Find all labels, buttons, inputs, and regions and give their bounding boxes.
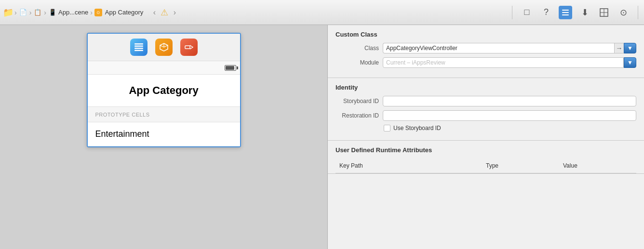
exit-icon: [180, 39, 198, 56]
file1-icon: 📄: [19, 8, 27, 17]
col-type: Type: [482, 160, 559, 171]
col-value: Value: [559, 160, 636, 171]
module-label: Module: [335, 59, 379, 66]
use-storyboard-checkbox[interactable]: [384, 125, 390, 131]
storyboard-id-row: Storyboard ID: [335, 96, 636, 106]
module-placeholder: Current – iAppsReview: [386, 59, 445, 66]
sep1: ›: [14, 9, 17, 16]
battery-icon: [225, 65, 236, 71]
breadcrumb-folder[interactable]: 📁: [4, 8, 13, 17]
toolbar-right: □ ? ⬇ ⊙: [510, 6, 640, 19]
cell-text: Entertainment: [95, 129, 149, 139]
storyboard-id-label: Storyboard ID: [335, 98, 379, 105]
identity-title: Identity: [335, 84, 636, 91]
breadcrumb-category[interactable]: ⊙ App Category: [94, 9, 144, 16]
sep4: ›: [90, 9, 93, 16]
vc-title-area: App Category: [88, 75, 240, 107]
module-input[interactable]: Current – iAppsReview: [383, 57, 624, 68]
toolbar-sep1: [512, 6, 512, 19]
class-input[interactable]: [383, 43, 614, 53]
vc-prototype-header: PROTOTYPE CELLS: [88, 107, 240, 122]
forward-arrow[interactable]: ›: [169, 7, 180, 18]
class-input-group: → ▼: [383, 43, 636, 53]
scene-label: App...cene: [58, 9, 88, 16]
vc-title: App Category: [95, 84, 232, 97]
size-toolbar-btn[interactable]: [597, 6, 611, 19]
sep3: ›: [44, 9, 46, 16]
svg-line-13: [164, 45, 168, 47]
module-dropdown-btn[interactable]: ▼: [624, 57, 636, 68]
tableview-icon: [130, 39, 148, 56]
inspector-panel: Custom Class Class → ▼ Module Current – …: [328, 25, 644, 249]
cube-svg: [159, 42, 169, 52]
warning-icon: ⚠: [161, 7, 168, 18]
class-arrow-btn[interactable]: →: [614, 43, 624, 53]
storyboard-id-input[interactable]: [383, 96, 636, 106]
main-content: App Category PROTOTYPE CELLS Entertainme…: [0, 25, 644, 249]
svg-rect-6: [134, 43, 143, 45]
folder-icon: 📁: [4, 8, 13, 17]
view-controller: App Category PROTOTYPE CELLS Entertainme…: [87, 33, 241, 147]
file2-icon: 📋: [33, 8, 42, 17]
exit-svg: [184, 42, 194, 52]
battery-fill: [226, 66, 234, 70]
identity-icon: [561, 8, 570, 17]
breadcrumb-file1[interactable]: 📄: [19, 8, 27, 17]
svg-rect-7: [134, 46, 143, 47]
tableview-svg: [134, 42, 144, 52]
class-label: Class: [335, 45, 379, 52]
user-defined-table-header: Key Path Type Value: [335, 158, 636, 173]
breadcrumb-scene[interactable]: 📱 App...cene: [48, 8, 88, 17]
connections-toolbar-btn[interactable]: ⊙: [617, 6, 630, 19]
size-icon: [600, 8, 608, 17]
svg-rect-14: [185, 46, 190, 49]
restoration-id-input[interactable]: [383, 110, 636, 121]
identity-toolbar-btn[interactable]: [559, 6, 572, 19]
cube-icon: [155, 39, 173, 56]
use-storyboard-row: Use Storyboard ID: [335, 125, 636, 131]
module-input-group: Current – iAppsReview ▼: [383, 57, 636, 68]
svg-rect-1: [562, 12, 569, 13]
custom-class-title: Custom Class: [335, 31, 636, 38]
restoration-id-row: Restoration ID: [335, 110, 636, 121]
canvas-panel: App Category PROTOTYPE CELLS Entertainme…: [0, 25, 328, 249]
prototype-label: PROTOTYPE CELLS: [95, 112, 150, 118]
breadcrumb: 📁 › 📄 › 📋 › 📱 App...cene › ⊙ App Categor…: [4, 7, 508, 18]
back-arrow[interactable]: ‹: [149, 7, 160, 18]
scene-icon: 📱: [48, 8, 57, 17]
identity-section: Identity Storyboard ID Restoration ID Us…: [328, 78, 644, 141]
module-row: Module Current – iAppsReview ▼: [335, 57, 636, 68]
user-defined-section: User Defined Runtime Attributes Key Path…: [328, 141, 644, 174]
class-row: Class → ▼: [335, 43, 636, 53]
col-key-path: Key Path: [335, 160, 482, 171]
vc-status-bar: [88, 61, 240, 75]
svg-rect-9: [134, 50, 143, 52]
file-toolbar-btn[interactable]: □: [520, 6, 534, 19]
svg-rect-8: [134, 48, 143, 49]
vc-toolbar: [88, 34, 240, 61]
nav-arrows: ‹ ⚠ ›: [149, 7, 180, 18]
category-icon: ⊙: [94, 9, 102, 16]
toolbar-sep2: [638, 6, 638, 19]
attributes-toolbar-btn[interactable]: ⬇: [578, 6, 591, 19]
class-dropdown-btn[interactable]: ▼: [624, 43, 636, 53]
breadcrumb-file2[interactable]: 📋: [33, 8, 42, 17]
user-defined-title: User Defined Runtime Attributes: [335, 146, 636, 154]
custom-class-section: Custom Class Class → ▼ Module Current – …: [328, 25, 644, 78]
use-storyboard-label: Use Storyboard ID: [393, 125, 441, 131]
svg-rect-0: [562, 10, 569, 11]
category-label: App Category: [105, 9, 144, 16]
vc-cell-1: Entertainment: [88, 122, 240, 146]
help-toolbar-btn[interactable]: ?: [539, 6, 553, 19]
sep2: ›: [29, 9, 32, 16]
restoration-id-label: Restoration ID: [335, 112, 379, 119]
svg-line-12: [160, 45, 164, 47]
toolbar: 📁 › 📄 › 📋 › 📱 App...cene › ⊙ App Categor…: [0, 0, 644, 25]
svg-rect-2: [562, 14, 569, 15]
